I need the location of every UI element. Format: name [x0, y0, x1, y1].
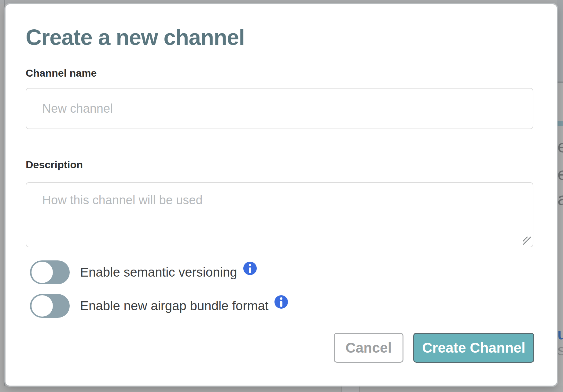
cancel-button[interactable]: Cancel — [334, 333, 403, 363]
modal-title: Create a new channel — [26, 26, 245, 48]
description-textarea[interactable] — [26, 182, 533, 247]
overlay-bottom-strip — [0, 386, 563, 392]
airgap-bundle-toggle[interactable] — [30, 294, 70, 318]
overlay-right-teal-strip — [557, 121, 563, 126]
clipped-background-text: e — [557, 165, 563, 183]
background-table-border — [341, 386, 342, 392]
background-table-border — [359, 386, 360, 392]
channel-name-label: Channel name — [26, 68, 97, 78]
semantic-versioning-label: Enable semantic versioning — [80, 266, 237, 279]
toggle-knob — [31, 262, 53, 283]
description-field-wrap — [26, 182, 533, 247]
screen: e e a ut s Create a new channel Channel … — [0, 0, 563, 392]
overlay-top-band — [0, 0, 563, 4]
airgap-bundle-label: Enable new airgap bundle format — [80, 299, 268, 312]
overlay-right-page-strip: e e a ut s — [557, 0, 563, 392]
info-icon[interactable] — [243, 262, 257, 275]
clipped-background-text: e — [557, 137, 563, 155]
create-channel-button[interactable]: Create Channel — [413, 333, 534, 363]
airgap-bundle-row: Enable new airgap bundle format — [30, 294, 288, 318]
clipped-background-text: a — [557, 190, 563, 208]
semantic-versioning-toggle[interactable] — [30, 260, 70, 284]
toggle-knob — [31, 295, 53, 317]
description-label: Description — [26, 159, 83, 170]
clipped-background-text: s — [557, 343, 563, 358]
semantic-versioning-row: Enable semantic versioning — [30, 260, 257, 284]
channel-name-input[interactable] — [26, 88, 533, 129]
overlay-left-page-edge — [4, 0, 5, 392]
background-table-cell-edge — [342, 386, 359, 392]
clipped-background-link-text: ut — [557, 327, 563, 342]
create-channel-modal: Create a new channel Channel name Descri… — [6, 4, 557, 386]
overlay-right-upper-block — [557, 0, 563, 82]
overlay-right-divider — [557, 82, 563, 83]
info-icon[interactable] — [274, 295, 288, 309]
